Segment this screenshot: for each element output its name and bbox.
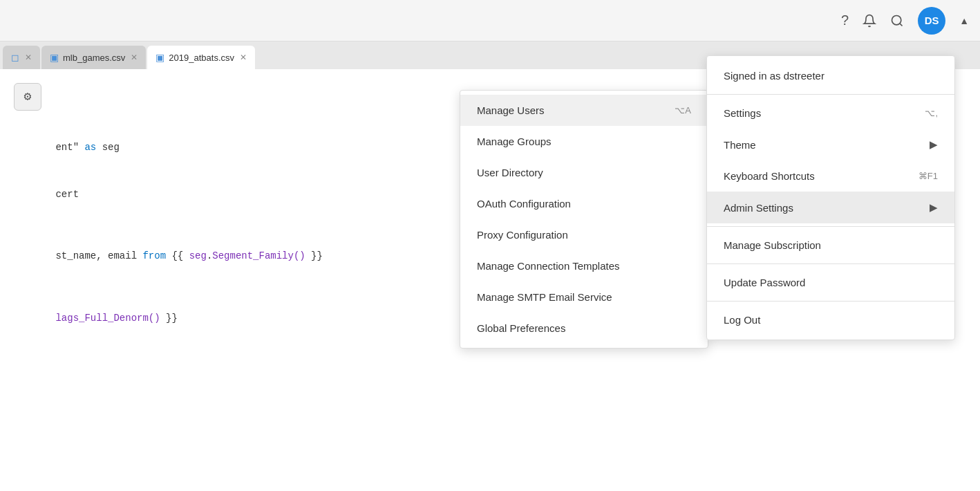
menu-item-theme[interactable]: Theme ▶ bbox=[707, 129, 954, 160]
menu-signed-in: Signed in as dstreeter bbox=[707, 60, 954, 91]
menu-item-settings[interactable]: Settings ⌥, bbox=[707, 98, 954, 129]
menu-label-settings: Settings bbox=[724, 107, 761, 119]
menu-arrow-theme: ▶ bbox=[930, 138, 938, 151]
menu-item-global-prefs[interactable]: Global Preferences bbox=[460, 313, 708, 344]
topbar-icons: ? DS ▲ bbox=[841, 7, 969, 35]
menu-arrow-admin: ▶ bbox=[930, 201, 938, 214]
menu-divider-3 bbox=[707, 263, 954, 264]
signed-in-label: Signed in as dstreeter bbox=[724, 70, 824, 82]
menu-label-admin-settings: Admin Settings bbox=[724, 202, 793, 214]
left-admin-menu: Manage Users ⌥A Manage Groups User Direc… bbox=[460, 90, 708, 349]
menu-divider-2 bbox=[707, 226, 954, 227]
menu-item-proxy[interactable]: Proxy Configuration bbox=[460, 219, 708, 250]
tab-icon-1: ◻ bbox=[11, 52, 19, 63]
menu-item-oauth[interactable]: OAuth Configuration bbox=[460, 188, 708, 219]
menu-item-log-out[interactable]: Log Out bbox=[707, 304, 954, 335]
menu-item-manage-users[interactable]: Manage Users ⌥A bbox=[460, 95, 708, 126]
menu-item-user-directory[interactable]: User Directory bbox=[460, 157, 708, 188]
menu-divider-1 bbox=[707, 94, 954, 95]
tab-item-2[interactable]: ▣ mlb_games.csv ✕ bbox=[41, 46, 146, 69]
menu-divider-4 bbox=[707, 301, 954, 302]
menu-shortcut-manage-users: ⌥A bbox=[675, 105, 691, 115]
tab-icon-3: ▣ bbox=[156, 52, 164, 63]
menu-item-update-password[interactable]: Update Password bbox=[707, 267, 954, 298]
menu-item-connection-templates[interactable]: Manage Connection Templates bbox=[460, 250, 708, 281]
menu-label-global-prefs: Global Preferences bbox=[477, 322, 565, 334]
menu-label-manage-subscription: Manage Subscription bbox=[724, 239, 821, 251]
tab-close-3[interactable]: ✕ bbox=[240, 53, 247, 62]
topbar-caret-icon[interactable]: ▲ bbox=[959, 15, 969, 26]
menu-label-smtp: Manage SMTP Email Service bbox=[477, 291, 612, 303]
menu-label-update-password: Update Password bbox=[724, 277, 805, 288]
menu-label-proxy: Proxy Configuration bbox=[477, 229, 568, 241]
tab-label-2: mlb_games.csv bbox=[63, 53, 125, 63]
menu-label-manage-users: Manage Users bbox=[477, 104, 545, 116]
menu-item-smtp[interactable]: Manage SMTP Email Service bbox=[460, 281, 708, 313]
menu-label-oauth: OAuth Configuration bbox=[477, 198, 571, 210]
tab-close-1[interactable]: ✕ bbox=[25, 53, 32, 62]
menu-label-manage-groups: Manage Groups bbox=[477, 136, 552, 147]
avatar[interactable]: DS bbox=[918, 7, 945, 35]
menu-label-user-directory: User Directory bbox=[477, 167, 543, 178]
menu-item-manage-groups[interactable]: Manage Groups bbox=[460, 126, 708, 157]
tab-label-3: 2019_atbats.csv bbox=[169, 53, 234, 63]
tab-close-2[interactable]: ✕ bbox=[131, 53, 138, 62]
menu-item-manage-subscription[interactable]: Manage Subscription bbox=[707, 230, 954, 261]
tab-item-3[interactable]: ▣ 2019_atbats.csv ✕ bbox=[147, 46, 255, 69]
help-icon[interactable]: ? bbox=[841, 12, 849, 28]
menu-shortcut-keyboard: ⌘F1 bbox=[918, 171, 938, 181]
menu-label-connection-templates: Manage Connection Templates bbox=[477, 260, 620, 272]
tab-item-1[interactable]: ◻ ✕ bbox=[3, 46, 40, 69]
gear-button[interactable]: ⚙ bbox=[14, 83, 41, 111]
menu-item-admin-settings[interactable]: Admin Settings ▶ bbox=[707, 192, 954, 223]
topbar: ? DS ▲ bbox=[0, 0, 980, 41]
menu-label-log-out: Log Out bbox=[724, 314, 760, 326]
right-user-menu: Signed in as dstreeter Settings ⌥, Theme… bbox=[706, 55, 955, 340]
menu-item-keyboard-shortcuts[interactable]: Keyboard Shortcuts ⌘F1 bbox=[707, 160, 954, 192]
svg-line-1 bbox=[900, 23, 903, 26]
menu-shortcut-settings: ⌥, bbox=[925, 108, 938, 118]
bell-icon[interactable] bbox=[863, 14, 876, 28]
tab-icon-2: ▣ bbox=[50, 52, 59, 63]
search-icon[interactable] bbox=[890, 14, 904, 28]
svg-point-0 bbox=[892, 15, 901, 24]
menu-label-theme: Theme bbox=[724, 139, 756, 151]
menu-label-keyboard-shortcuts: Keyboard Shortcuts bbox=[724, 170, 815, 182]
